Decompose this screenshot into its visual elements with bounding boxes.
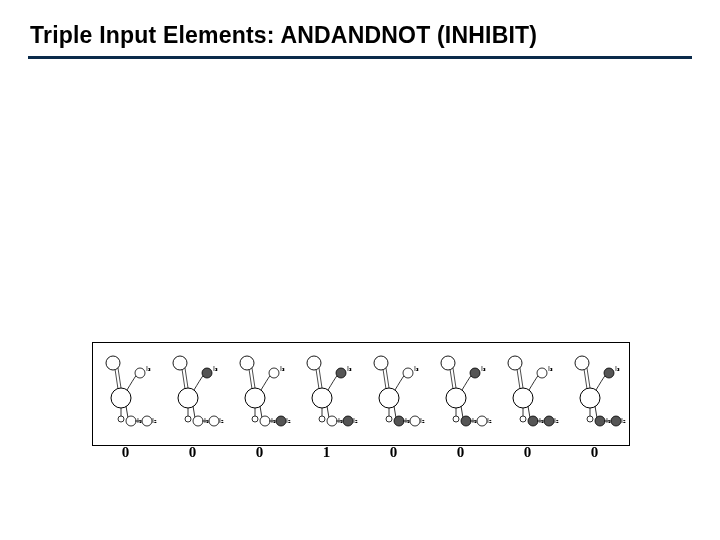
svg-text:I₁: I₁ [539, 417, 544, 424]
svg-line-48 [327, 406, 329, 418]
svg-line-20 [193, 406, 195, 418]
svg-line-100 [587, 368, 590, 388]
truth-cell: I₃I₁I₂ [227, 343, 294, 445]
svg-point-21 [193, 416, 203, 426]
svg-text:I₂: I₂ [219, 417, 224, 424]
output-value-row: 00010000 [92, 444, 628, 468]
title-underline [28, 56, 692, 59]
svg-point-35 [260, 416, 270, 426]
svg-line-57 [383, 369, 386, 389]
svg-text:I₃: I₃ [481, 365, 486, 372]
svg-text:I₁: I₁ [405, 417, 410, 424]
slide-title: Triple Input Elements: ANDANDNOT (INHIBI… [30, 22, 537, 49]
svg-line-43 [316, 369, 319, 389]
svg-point-101 [575, 356, 589, 370]
svg-line-29 [249, 369, 252, 389]
svg-point-91 [528, 416, 538, 426]
truth-cell: I₃I₁I₂ [428, 343, 495, 445]
svg-point-0 [111, 388, 131, 408]
svg-point-24 [209, 416, 219, 426]
svg-text:I₃: I₃ [548, 365, 553, 372]
svg-text:I₁: I₁ [338, 417, 343, 424]
svg-line-72 [453, 368, 456, 388]
svg-point-84 [513, 388, 533, 408]
svg-point-66 [410, 416, 420, 426]
svg-line-85 [517, 369, 520, 389]
svg-point-42 [312, 388, 332, 408]
truth-cell: I₃I₁I₂ [294, 343, 361, 445]
svg-text:I₂: I₂ [621, 417, 626, 424]
svg-point-59 [374, 356, 388, 370]
svg-line-62 [394, 406, 396, 418]
svg-text:I₂: I₂ [152, 417, 157, 424]
output-value: 0 [494, 444, 561, 461]
output-value: 0 [92, 444, 159, 461]
svg-point-69 [386, 416, 392, 422]
svg-point-56 [379, 388, 399, 408]
svg-point-94 [544, 416, 554, 426]
svg-text:I₃: I₃ [146, 365, 151, 372]
svg-point-63 [394, 416, 404, 426]
svg-point-41 [252, 416, 258, 422]
svg-text:I₂: I₂ [554, 417, 559, 424]
truth-cell: I₃I₁I₂ [562, 343, 629, 445]
svg-line-58 [386, 368, 389, 388]
svg-point-55 [319, 416, 325, 422]
svg-line-90 [528, 406, 530, 418]
svg-point-52 [343, 416, 353, 426]
svg-line-86 [520, 368, 523, 388]
svg-line-104 [595, 406, 597, 418]
svg-point-97 [520, 416, 526, 422]
svg-point-80 [477, 416, 487, 426]
svg-text:I₃: I₃ [347, 365, 352, 372]
svg-point-28 [245, 388, 265, 408]
truth-figure-frame: I₃I₁I₂I₃I₁I₂I₃I₁I₂I₃I₁I₂I₃I₁I₂I₃I₁I₂I₃I₁… [92, 342, 630, 446]
svg-point-88 [537, 368, 547, 378]
svg-line-6 [126, 406, 128, 418]
svg-point-38 [276, 416, 286, 426]
truth-figure-inner: I₃I₁I₂I₃I₁I₂I₃I₁I₂I₃I₁I₂I₃I₁I₂I₃I₁I₂I₃I₁… [93, 343, 629, 445]
svg-point-49 [327, 416, 337, 426]
svg-line-15 [182, 369, 185, 389]
svg-text:I₂: I₂ [420, 417, 425, 424]
output-value: 0 [561, 444, 628, 461]
svg-point-14 [178, 388, 198, 408]
svg-point-87 [508, 356, 522, 370]
svg-line-44 [319, 368, 322, 388]
svg-point-45 [307, 356, 321, 370]
truth-cell: I₃I₁I₂ [495, 343, 562, 445]
svg-line-30 [252, 368, 255, 388]
svg-point-18 [202, 368, 212, 378]
svg-text:I₂: I₂ [487, 417, 492, 424]
svg-point-105 [595, 416, 605, 426]
svg-point-32 [269, 368, 279, 378]
output-value: 0 [360, 444, 427, 461]
svg-point-60 [403, 368, 413, 378]
svg-point-17 [173, 356, 187, 370]
svg-text:I₃: I₃ [615, 365, 620, 372]
output-value: 1 [293, 444, 360, 461]
slide: Triple Input Elements: ANDANDNOT (INHIBI… [0, 0, 720, 540]
output-value: 0 [427, 444, 494, 461]
svg-point-77 [461, 416, 471, 426]
svg-line-76 [461, 406, 463, 418]
svg-line-2 [118, 368, 121, 388]
truth-cell: I₃I₁I₂ [93, 343, 160, 445]
svg-text:I₂: I₂ [286, 417, 291, 424]
svg-point-27 [185, 416, 191, 422]
svg-line-34 [260, 406, 262, 418]
svg-line-1 [115, 369, 118, 389]
svg-text:I₁: I₁ [606, 417, 611, 424]
svg-point-3 [106, 356, 120, 370]
svg-point-4 [135, 368, 145, 378]
svg-text:I₁: I₁ [271, 417, 276, 424]
svg-point-111 [587, 416, 593, 422]
svg-point-73 [441, 356, 455, 370]
svg-text:I₁: I₁ [472, 417, 477, 424]
svg-text:I₁: I₁ [137, 417, 142, 424]
svg-point-108 [611, 416, 621, 426]
svg-text:I₃: I₃ [213, 365, 218, 372]
svg-point-83 [453, 416, 459, 422]
svg-point-70 [446, 388, 466, 408]
svg-line-16 [185, 368, 188, 388]
